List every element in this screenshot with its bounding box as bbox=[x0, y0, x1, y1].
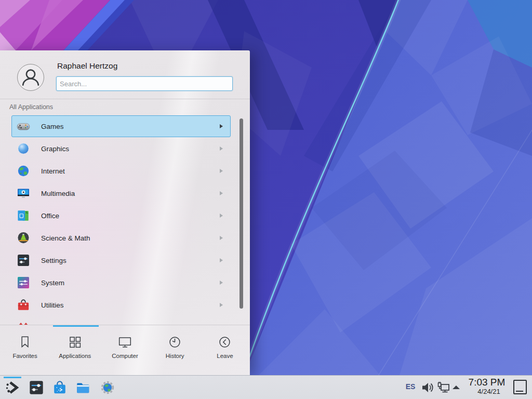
submenu-arrow-icon bbox=[220, 281, 223, 285]
tray-expander-icon[interactable] bbox=[451, 382, 461, 393]
discover-icon[interactable] bbox=[52, 380, 68, 395]
submenu-arrow-icon bbox=[220, 214, 223, 218]
dolphin-file-manager-icon[interactable] bbox=[75, 380, 91, 395]
toolbox-icon bbox=[17, 298, 30, 312]
tab-label: Leave bbox=[217, 353, 233, 359]
list-scrollbar[interactable] bbox=[240, 118, 243, 309]
sphere-icon bbox=[17, 142, 30, 155]
tab-applications[interactable]: Applications bbox=[50, 327, 100, 375]
tab-label: History bbox=[166, 353, 184, 359]
monitor-play-icon bbox=[17, 187, 30, 200]
show-desktop-glyph bbox=[516, 391, 523, 392]
tab-label: Favorites bbox=[12, 353, 37, 359]
clock-time: 7:03 PM bbox=[464, 377, 510, 388]
category-list: Games Graphics bbox=[11, 115, 231, 325]
bookmark-icon bbox=[18, 335, 32, 349]
section-label: All Applications bbox=[9, 103, 53, 111]
leave-icon bbox=[218, 335, 232, 349]
tab-label: Applications bbox=[59, 353, 91, 359]
help-icon bbox=[17, 321, 30, 325]
category-item-settings[interactable]: Settings bbox=[11, 249, 231, 271]
category-label: Multimedia bbox=[41, 190, 220, 197]
show-desktop-button[interactable] bbox=[513, 380, 527, 394]
submenu-arrow-icon bbox=[220, 147, 223, 151]
category-item-science-math[interactable]: Science & Math bbox=[11, 227, 231, 249]
category-label: Games bbox=[41, 123, 220, 130]
tab-label: Computer bbox=[112, 353, 138, 359]
tab-history[interactable]: History bbox=[150, 327, 200, 375]
clock-icon bbox=[168, 335, 182, 349]
application-launcher-menu: Raphael Hertzog All Applications bbox=[0, 50, 250, 375]
header-divider bbox=[0, 99, 250, 99]
category-label: Settings bbox=[41, 257, 220, 264]
submenu-arrow-icon bbox=[220, 169, 223, 173]
submenu-arrow-icon bbox=[220, 303, 223, 307]
category-item-internet[interactable]: Internet bbox=[11, 160, 231, 182]
category-label: Internet bbox=[41, 167, 220, 175]
computer-icon bbox=[118, 335, 132, 349]
user-name: Raphael Hertzog bbox=[57, 61, 117, 71]
gamepad-icon bbox=[17, 119, 30, 133]
web-globe-icon[interactable] bbox=[100, 380, 115, 395]
category-item-utilities[interactable]: Utilities bbox=[11, 294, 231, 316]
search-input[interactable] bbox=[56, 76, 233, 91]
clock-date: 4/24/21 bbox=[468, 388, 510, 395]
tab-computer[interactable]: Computer bbox=[100, 327, 150, 375]
category-item-multimedia[interactable]: Multimedia bbox=[11, 182, 231, 204]
launcher-active-indicator bbox=[4, 377, 21, 378]
category-item-office[interactable]: Office bbox=[11, 205, 231, 227]
tabbar-divider bbox=[0, 325, 250, 325]
taskbar-panel: ES 7:03 PM 4/24/21 bbox=[0, 375, 532, 399]
volume-icon[interactable] bbox=[421, 380, 435, 395]
launcher-tabbar: Favorites Applications bbox=[0, 327, 250, 375]
system-settings-icon[interactable] bbox=[29, 380, 44, 395]
user-avatar[interactable] bbox=[17, 64, 44, 91]
network-icon[interactable] bbox=[436, 380, 451, 395]
submenu-arrow-icon bbox=[220, 124, 223, 128]
category-item-graphics[interactable]: Graphics bbox=[11, 138, 231, 159]
category-label: System bbox=[41, 279, 220, 287]
digital-clock[interactable]: 7:03 PM 4/24/21 bbox=[464, 377, 510, 395]
grid-icon bbox=[68, 335, 82, 349]
submenu-arrow-icon bbox=[220, 236, 223, 240]
category-label: Utilities bbox=[41, 301, 220, 309]
category-item-help[interactable]: Help bbox=[11, 316, 231, 325]
kde-launcher-button[interactable] bbox=[5, 380, 20, 395]
flask-icon bbox=[17, 231, 30, 245]
keyboard-layout-indicator[interactable]: ES bbox=[403, 382, 418, 391]
category-item-system[interactable]: System bbox=[11, 272, 231, 294]
documents-icon bbox=[17, 209, 30, 222]
category-label: Graphics bbox=[41, 145, 220, 153]
tab-favorites[interactable]: Favorites bbox=[0, 327, 50, 375]
globe-icon bbox=[17, 164, 30, 178]
tab-leave[interactable]: Leave bbox=[200, 327, 250, 375]
category-label: Science & Math bbox=[41, 234, 220, 242]
sliders-icon bbox=[17, 254, 30, 267]
submenu-arrow-icon bbox=[220, 258, 223, 262]
desktop: Raphael Hertzog All Applications bbox=[0, 0, 532, 399]
category-item-games[interactable]: Games bbox=[11, 115, 231, 137]
submenu-arrow-icon bbox=[220, 191, 223, 195]
system-sliders-icon bbox=[17, 276, 30, 289]
category-label: Office bbox=[41, 212, 220, 220]
